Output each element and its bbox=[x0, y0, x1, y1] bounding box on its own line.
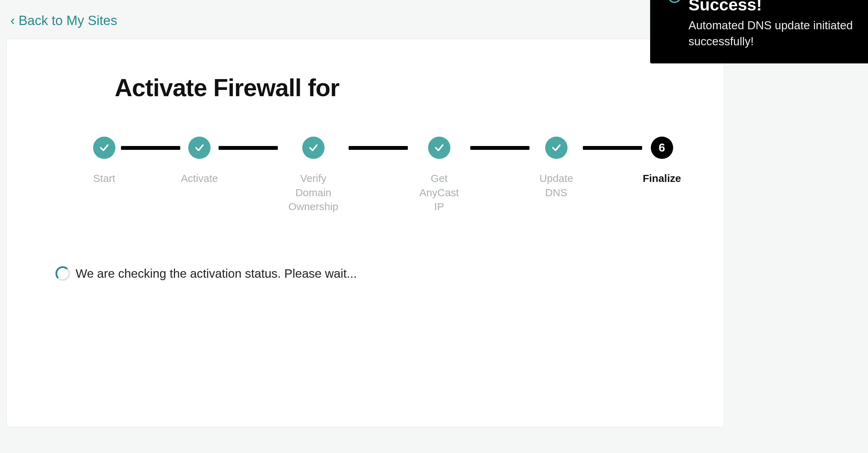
stepper: Start Activate Verify Domain Ownership G… bbox=[94, 137, 675, 214]
step-get-anycast-ip: Get AnyCast IP bbox=[414, 137, 464, 214]
step-label: Activate bbox=[181, 171, 218, 186]
toast-title: Success! bbox=[688, 0, 854, 13]
step-label: Start bbox=[93, 171, 115, 186]
step-start: Start bbox=[94, 137, 115, 186]
step-finalize: 6 Finalize bbox=[648, 137, 675, 186]
step-label: Get AnyCast IP bbox=[414, 171, 464, 214]
check-icon bbox=[194, 143, 205, 153]
check-icon bbox=[99, 143, 109, 153]
step-label: Finalize bbox=[643, 171, 681, 186]
step-circle bbox=[93, 137, 115, 159]
main-card: Activate Firewall for Start Activate Ver… bbox=[6, 39, 724, 427]
step-update-dns: Update DNS bbox=[536, 137, 577, 200]
step-connector bbox=[470, 146, 530, 150]
step-connector bbox=[219, 146, 278, 150]
back-to-sites-link[interactable]: ‹ Back to My Sites bbox=[10, 13, 117, 28]
step-connector bbox=[121, 146, 180, 150]
step-circle: 6 bbox=[651, 137, 673, 159]
svg-point-0 bbox=[669, 0, 680, 2]
step-connector bbox=[349, 146, 408, 150]
toast-message: Automated DNS update initiated successfu… bbox=[688, 17, 854, 49]
status-message: We are checking the activation status. P… bbox=[76, 267, 357, 281]
spinner-icon bbox=[55, 266, 70, 281]
step-connector bbox=[583, 146, 642, 150]
step-circle bbox=[188, 137, 211, 159]
check-icon bbox=[434, 143, 444, 153]
toast-success: Success! Automated DNS update initiated … bbox=[650, 0, 868, 63]
success-check-icon bbox=[668, 0, 682, 3]
check-icon bbox=[308, 143, 319, 153]
step-circle bbox=[302, 137, 325, 159]
step-circle bbox=[428, 137, 450, 159]
check-icon bbox=[551, 143, 562, 153]
status-row: We are checking the activation status. P… bbox=[55, 266, 675, 281]
step-activate: Activate bbox=[186, 137, 212, 186]
step-verify-domain: Verify Domain Ownership bbox=[284, 137, 342, 214]
step-circle bbox=[545, 137, 568, 159]
step-label: Verify Domain Ownership bbox=[284, 171, 342, 214]
page-title: Activate Firewall for bbox=[115, 74, 675, 102]
step-number: 6 bbox=[659, 141, 665, 154]
step-label: Update DNS bbox=[536, 171, 577, 200]
